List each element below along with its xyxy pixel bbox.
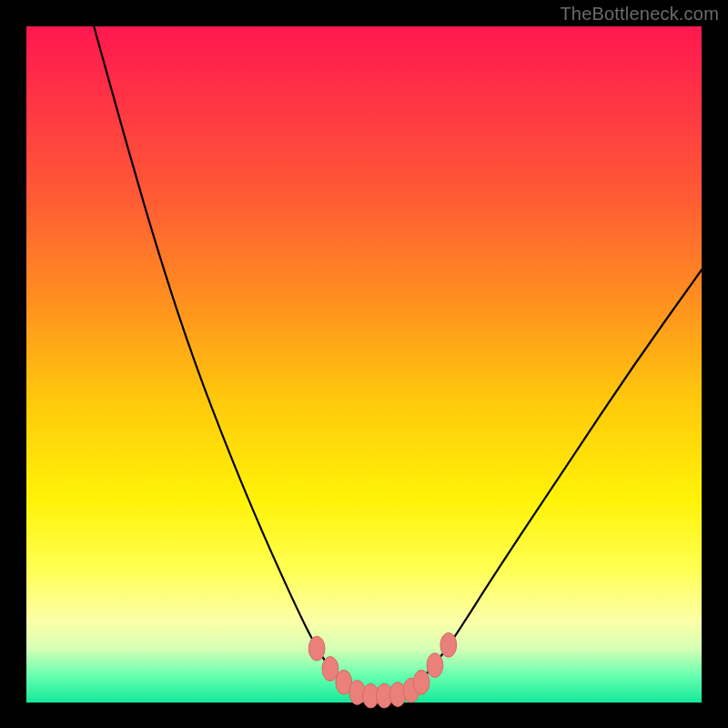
curve-markers: [308, 632, 456, 708]
plot-area: [26, 26, 702, 703]
chart-frame: TheBottleneck.com: [0, 0, 728, 728]
curve-marker: [308, 636, 325, 661]
chart-svg: [26, 26, 702, 703]
curve-marker: [440, 632, 457, 657]
curve-marker: [413, 670, 430, 694]
bottleneck-curve: [94, 26, 702, 696]
curve-marker: [427, 653, 443, 678]
watermark-text: TheBottleneck.com: [560, 4, 719, 25]
